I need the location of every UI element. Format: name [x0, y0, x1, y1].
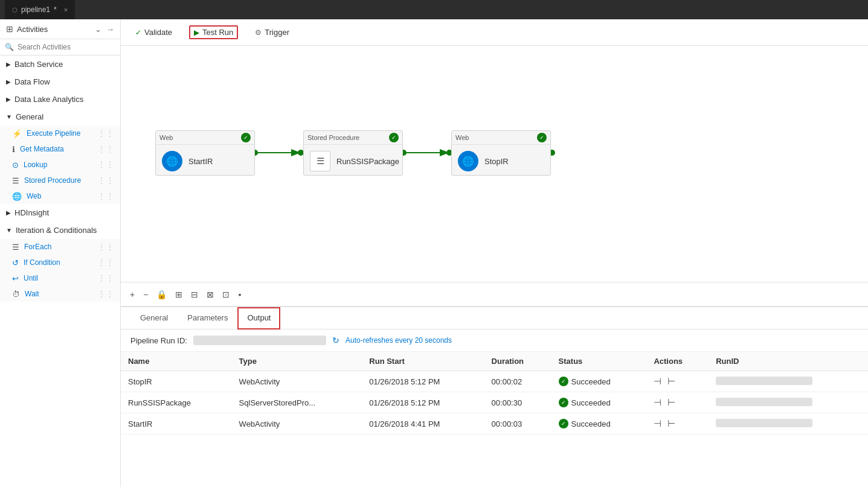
canvas-zoom-in-tool[interactable]: ⊠ [205, 288, 216, 301]
sidebar-item-batch-service[interactable]: ▶ Batch Service [0, 56, 120, 73]
cell-status-1: ✓ Succeeded [551, 392, 647, 413]
cell-status-0: ✓ Succeeded [551, 371, 647, 392]
action-output-0[interactable]: ⊢ [667, 376, 675, 386]
sidebar-item-data-lake-analytics[interactable]: ▶ Data Lake Analytics [0, 91, 120, 108]
col-name: Name [121, 352, 232, 371]
trigger-icon: ⚙ [255, 28, 262, 37]
validate-button[interactable]: ✓ Validate [130, 25, 177, 39]
tab-output-label: Output [247, 313, 271, 322]
canvas-grid-tool[interactable]: ⊡ [220, 288, 231, 301]
cell-type-2: WebActivity [232, 413, 362, 434]
trigger-label: Trigger [265, 28, 289, 37]
cell-run-id-1 [709, 392, 868, 413]
canvas-lock-tool[interactable]: 🔒 [155, 288, 169, 301]
activity-wait[interactable]: ⏱ Wait ⋮⋮ [0, 286, 120, 302]
pipeline-canvas-area: Web ✓ 🌐 StartIR Stored Procedure ✓ [121, 46, 868, 306]
action-input-2[interactable]: ⊣ [654, 418, 661, 428]
node-run-ssis[interactable]: Stored Procedure ✓ ☰ RunSSISPackage [303, 130, 403, 176]
hdinsight-label: HDInsight [14, 208, 49, 217]
status-text-0: Succeeded [571, 377, 611, 386]
cell-actions-1: ⊣ ⊢ [646, 392, 709, 413]
data-lake-label: Data Lake Analytics [14, 95, 83, 104]
get-metadata-drag[interactable]: ⋮⋮ [97, 144, 114, 154]
if-condition-drag[interactable]: ⋮⋮ [97, 258, 114, 267]
pipeline-tab[interactable]: ⬡ pipeline1 * × [5, 0, 75, 19]
activity-execute-pipeline[interactable]: ⚡ Execute Pipeline ⋮⋮ [0, 126, 120, 141]
node-start-ir-body: 🌐 StartIR [156, 145, 254, 177]
foreach-drag[interactable]: ⋮⋮ [97, 242, 114, 252]
lookup-drag[interactable]: ⋮⋮ [97, 160, 114, 170]
node-stop-ir-success: ✓ [537, 133, 547, 142]
stored-procedure-icon: ☰ [12, 176, 19, 185]
action-input-1[interactable]: ⊣ [654, 397, 661, 407]
activity-for-each[interactable]: ☰ ForEach ⋮⋮ [0, 239, 120, 255]
sidebar-item-general[interactable]: ▼ General [0, 108, 120, 126]
cell-actions-0: ⊣ ⊢ [646, 371, 709, 392]
auto-refresh-label: Auto-refreshes every 20 seconds [346, 336, 452, 345]
run-id-value-2 [716, 419, 812, 427]
status-text-1: Succeeded [571, 398, 611, 407]
node-start-ir-name: StartIR [188, 157, 213, 166]
node-stop-ir-name: StopIR [484, 157, 509, 166]
refresh-button[interactable]: ↻ [332, 336, 339, 345]
canvas-add-tool[interactable]: + [128, 288, 137, 301]
web-icon: 🌐 [12, 192, 22, 201]
activities-label: Activities [17, 25, 48, 34]
expand-icon[interactable]: → [106, 25, 114, 34]
activity-lookup[interactable]: ⊙ Lookup ⋮⋮ [0, 157, 120, 173]
search-input[interactable] [18, 43, 115, 51]
sidebar-item-iteration[interactable]: ▼ Iteration & Conditionals [0, 221, 120, 239]
activity-web[interactable]: 🌐 Web ⋮⋮ [0, 188, 120, 204]
activity-stored-procedure[interactable]: ☰ Stored Procedure ⋮⋮ [0, 173, 120, 188]
tab-parameters[interactable]: Parameters [178, 307, 237, 329]
node-run-ssis-type: Stored Procedure [307, 134, 359, 141]
activities-grid-icon: ⊞ [6, 24, 13, 34]
status-check-1: ✓ [559, 398, 568, 407]
bottom-panel: General Parameters Output Pipeline Run I… [121, 306, 868, 487]
canvas-zoom-out-tool[interactable]: ⊟ [189, 288, 200, 301]
canvas-snap-tool[interactable]: ▪ [236, 288, 243, 301]
action-output-1[interactable]: ⊢ [667, 397, 675, 407]
wait-drag[interactable]: ⋮⋮ [97, 289, 114, 299]
test-run-button[interactable]: ▶ Test Run [189, 25, 238, 39]
action-output-2[interactable]: ⊢ [667, 418, 675, 428]
status-check-2: ✓ [559, 419, 568, 428]
canvas-fit-tool[interactable]: ⊞ [173, 288, 184, 301]
test-run-icon: ▶ [194, 28, 199, 37]
sidebar-item-data-flow[interactable]: ▶ Data Flow [0, 73, 120, 91]
tab-modified: * [54, 5, 57, 14]
run-id-value-1 [716, 398, 812, 406]
activity-get-metadata[interactable]: ℹ Get Metadata ⋮⋮ [0, 141, 120, 157]
tab-close-button[interactable]: × [64, 6, 68, 13]
until-drag[interactable]: ⋮⋮ [97, 273, 114, 283]
stored-procedure-drag[interactable]: ⋮⋮ [97, 176, 114, 185]
get-metadata-label: Get Metadata [20, 145, 64, 153]
tab-general[interactable]: General [130, 307, 178, 329]
action-input-0[interactable]: ⊣ [654, 376, 661, 386]
execute-pipeline-icon: ⚡ [12, 129, 22, 138]
trigger-button[interactable]: ⚙ Trigger [250, 25, 294, 39]
activity-until[interactable]: ↩ Until ⋮⋮ [0, 270, 120, 286]
node-start-ir-icon: 🌐 [162, 151, 182, 171]
sidebar-item-hdinsight[interactable]: ▶ HDInsight [0, 204, 120, 221]
tab-output[interactable]: Output [237, 307, 280, 329]
col-status: Status [551, 352, 647, 371]
activity-if-condition[interactable]: ↺ If Condition ⋮⋮ [0, 255, 120, 270]
tab-parameters-label: Parameters [187, 313, 228, 322]
canvas-toolbar: + − 🔒 ⊞ ⊟ ⊠ ⊡ ▪ [121, 282, 868, 306]
node-stop-ir-header: Web ✓ [452, 131, 550, 145]
status-check-0: ✓ [559, 377, 568, 386]
collapse-icon[interactable]: ⌄ [95, 25, 101, 34]
table-row: StopIR WebActivity 01/26/2018 5:12 PM 00… [121, 371, 868, 392]
until-label: Until [24, 274, 38, 282]
node-start-ir[interactable]: Web ✓ 🌐 StartIR [155, 130, 255, 176]
col-type: Type [232, 352, 362, 371]
execute-pipeline-drag[interactable]: ⋮⋮ [97, 129, 114, 138]
canvas-remove-tool[interactable]: − [141, 288, 150, 301]
batch-service-arrow: ▶ [6, 61, 11, 68]
node-stop-ir[interactable]: Web ✓ 🌐 StopIR [451, 130, 551, 176]
pipeline-run-bar: Pipeline Run ID: ↻ Auto-refreshes every … [121, 329, 868, 352]
cell-status-2: ✓ Succeeded [551, 413, 647, 434]
web-drag[interactable]: ⋮⋮ [97, 191, 114, 201]
col-duration: Duration [484, 352, 551, 371]
